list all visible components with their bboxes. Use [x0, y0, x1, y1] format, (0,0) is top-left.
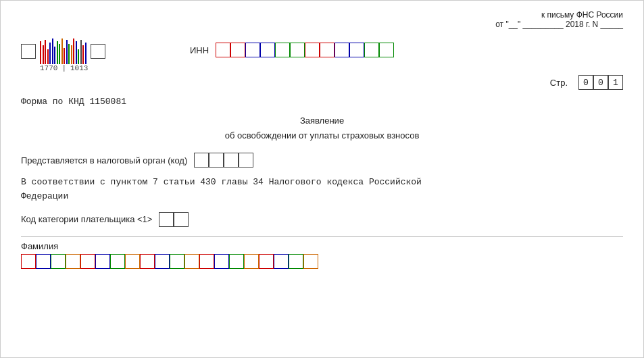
surname-cell-20[interactable] — [303, 254, 318, 269]
header-section: 1770 | 1013 ИНН — [21, 39, 623, 72]
tax-organ-cell-1[interactable] — [194, 153, 209, 168]
form-title: Заявление об освобождении от уплаты стра… — [21, 113, 623, 143]
barcode-line — [59, 44, 60, 64]
inn-cell-8[interactable] — [320, 43, 335, 57]
page-cell-1[interactable]: 0 — [578, 75, 593, 90]
surname-cell-13[interactable] — [199, 254, 214, 269]
inn-cell-9[interactable] — [335, 43, 349, 57]
form-page: к письму ФНС России от "__" _________ 20… — [0, 0, 644, 358]
barcode-line — [54, 47, 55, 64]
surname-cell-6[interactable] — [95, 254, 110, 269]
surname-cell-3[interactable] — [51, 254, 66, 269]
surname-cell-16[interactable] — [244, 254, 259, 269]
barcode-line — [57, 41, 58, 64]
inn-cell-11[interactable] — [364, 43, 379, 57]
surname-cell-8[interactable] — [125, 254, 140, 269]
barcode-line — [40, 41, 41, 64]
reference-text: к письму ФНС России от "__" _________ 20… — [495, 10, 623, 29]
barcode-line — [80, 40, 82, 64]
inn-cell-5[interactable] — [275, 43, 290, 57]
barcode-line — [45, 40, 46, 64]
reference-line2: от "__" _________ 2018 г. N _____ — [495, 20, 623, 29]
category-label: Код категории плательщика <1> — [21, 214, 152, 224]
surname-cell-11[interactable] — [170, 254, 184, 269]
surname-section: Фамилия — [21, 241, 623, 269]
inn-label: ИНН — [190, 45, 209, 55]
page-num-label: Стр. — [550, 78, 568, 88]
inn-cell-3[interactable] — [245, 43, 260, 57]
inn-cell-10[interactable] — [349, 43, 364, 57]
surname-cell-14[interactable] — [214, 254, 229, 269]
barcode-num2: 1013 — [70, 64, 88, 72]
barcode-line — [66, 40, 68, 64]
surname-cell-2[interactable] — [36, 254, 51, 269]
surname-cells — [21, 254, 623, 269]
inn-cell-7[interactable] — [305, 43, 320, 57]
surname-cell-18[interactable] — [274, 254, 289, 269]
tax-organ-label: Представляется в налоговый орган (код) — [21, 155, 187, 165]
tax-organ-cells — [194, 153, 253, 168]
barcode-line — [52, 39, 53, 64]
inn-cell-12[interactable] — [379, 43, 394, 57]
surname-cell-17[interactable] — [259, 254, 274, 269]
accordance-text: В соответствии с пунктом 7 статьи 430 гл… — [21, 176, 623, 204]
inn-cell-2[interactable] — [230, 43, 245, 57]
barcode-region: 1770 | 1013 — [21, 39, 170, 72]
surname-cell-1[interactable] — [21, 254, 36, 269]
inn-cell-4[interactable] — [260, 43, 275, 57]
barcode-left-box — [21, 44, 36, 59]
page-cell-2[interactable]: 0 — [593, 75, 608, 90]
tax-organ-cell-4[interactable] — [239, 153, 253, 168]
inn-section: ИНН — [190, 43, 394, 57]
tax-organ-cell-3[interactable] — [224, 153, 239, 168]
surname-cell-12[interactable] — [184, 254, 199, 269]
barcode-line — [61, 39, 63, 64]
reference-line1: к письму ФНС России — [495, 10, 623, 20]
tax-organ-row: Представляется в налоговый орган (код) — [21, 153, 623, 168]
surname-cell-9[interactable] — [140, 254, 155, 269]
barcode-sep: | — [61, 64, 66, 72]
barcode-line — [78, 49, 79, 64]
surname-cell-5[interactable] — [80, 254, 95, 269]
barcode-line — [85, 43, 86, 64]
divider — [21, 236, 623, 237]
inn-cell-1[interactable] — [216, 43, 230, 57]
cat-cell-1[interactable] — [159, 212, 174, 227]
barcode-line — [82, 45, 84, 64]
form-title-line2: об освобождении от уплаты страховых взно… — [21, 128, 623, 143]
barcode-line — [64, 48, 65, 64]
surname-cell-15[interactable] — [229, 254, 244, 269]
barcode-line — [47, 49, 49, 64]
barcode-line — [49, 43, 51, 64]
barcode-right-box — [91, 44, 105, 59]
inn-cell-6[interactable] — [290, 43, 305, 57]
surname-cell-10[interactable] — [155, 254, 170, 269]
surname-label: Фамилия — [21, 241, 623, 251]
page-num-cells: 0 0 1 — [578, 75, 623, 90]
page-num-row: Стр. 0 0 1 — [21, 75, 623, 90]
barcode-line — [71, 45, 72, 64]
barcode-line — [73, 39, 74, 64]
barcode-num1: 1770 — [40, 64, 57, 72]
category-cells — [159, 212, 189, 227]
barcode-line — [68, 44, 70, 64]
barcode-lines — [40, 39, 86, 64]
surname-cell-7[interactable] — [110, 254, 125, 269]
page-cell-3[interactable]: 1 — [608, 75, 623, 90]
form-title-line1: Заявление — [21, 113, 623, 128]
barcode-line — [43, 45, 44, 64]
cat-cell-2[interactable] — [174, 212, 189, 227]
category-row: Код категории плательщика <1> — [21, 212, 623, 227]
tax-organ-cell-2[interactable] — [209, 153, 224, 168]
barcode-line — [76, 41, 77, 64]
surname-cell-19[interactable] — [289, 254, 303, 269]
form-knd: Форма по КНД 1150081 — [21, 97, 623, 107]
barcode-numbers: 1770 | 1013 — [21, 64, 88, 72]
barcode-top — [21, 39, 105, 64]
inn-cells — [216, 43, 394, 57]
surname-cell-4[interactable] — [66, 254, 80, 269]
